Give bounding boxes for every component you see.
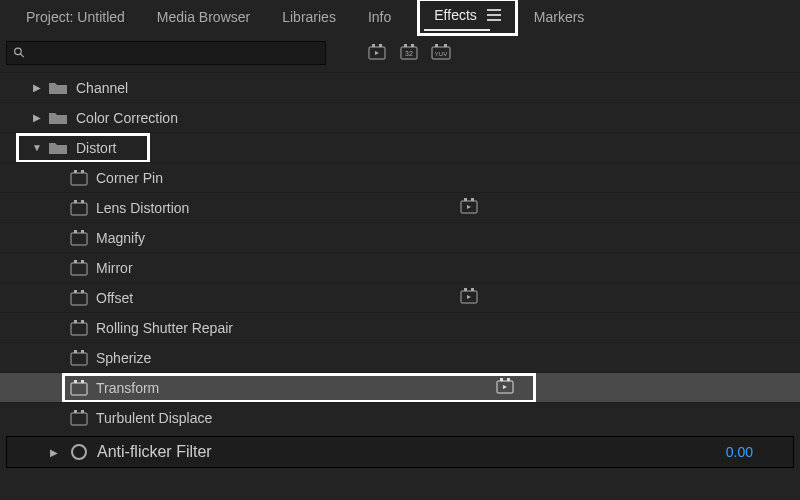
svg-rect-33 bbox=[471, 288, 474, 291]
property-value[interactable]: 0.00 bbox=[726, 444, 753, 460]
tree-label: Color Correction bbox=[76, 110, 178, 126]
svg-rect-28 bbox=[71, 293, 87, 305]
svg-rect-20 bbox=[464, 198, 467, 201]
property-anti-flicker[interactable]: ▶ Anti-flicker Filter 0.00 bbox=[6, 436, 794, 468]
effect-mirror[interactable]: Mirror bbox=[0, 252, 800, 282]
svg-point-0 bbox=[15, 48, 22, 55]
stopwatch-icon[interactable] bbox=[71, 444, 87, 460]
tree-label: Transform bbox=[96, 380, 159, 396]
preset-icon bbox=[70, 290, 88, 306]
svg-rect-7 bbox=[411, 44, 414, 47]
preset-icon bbox=[70, 320, 88, 336]
effect-spherize[interactable]: Spherize bbox=[0, 342, 800, 372]
folder-icon bbox=[48, 111, 68, 125]
folder-channel[interactable]: ▶ Channel bbox=[0, 72, 800, 102]
svg-rect-46 bbox=[71, 413, 87, 425]
effect-rolling-shutter[interactable]: Rolling Shutter Repair bbox=[0, 312, 800, 342]
svg-rect-29 bbox=[74, 290, 77, 293]
tab-project[interactable]: Project: Untitled bbox=[10, 3, 141, 31]
svg-rect-10 bbox=[435, 44, 438, 47]
tree-label: Turbulent Displace bbox=[96, 410, 212, 426]
preset-icon bbox=[70, 230, 88, 246]
tree-label: Lens Distortion bbox=[96, 200, 189, 216]
tree-label: Offset bbox=[96, 290, 133, 306]
svg-rect-37 bbox=[71, 353, 87, 365]
svg-rect-26 bbox=[74, 260, 77, 263]
svg-rect-42 bbox=[81, 380, 84, 383]
svg-rect-15 bbox=[81, 170, 84, 173]
preset-icon bbox=[70, 410, 88, 426]
svg-text:32: 32 bbox=[405, 50, 413, 57]
tab-media-browser[interactable]: Media Browser bbox=[141, 3, 266, 31]
svg-rect-35 bbox=[74, 320, 77, 323]
effect-magnify[interactable]: Magnify bbox=[0, 222, 800, 252]
svg-rect-27 bbox=[81, 260, 84, 263]
svg-rect-22 bbox=[71, 233, 87, 245]
svg-rect-21 bbox=[471, 198, 474, 201]
svg-text:YUV: YUV bbox=[435, 51, 447, 57]
tree-label: Rolling Shutter Repair bbox=[96, 320, 233, 336]
svg-rect-24 bbox=[81, 230, 84, 233]
chevron-right-icon: ▶ bbox=[30, 82, 44, 93]
svg-rect-30 bbox=[81, 290, 84, 293]
svg-rect-16 bbox=[71, 203, 87, 215]
tree-label: Channel bbox=[76, 80, 128, 96]
preset-icon bbox=[70, 350, 88, 366]
svg-rect-23 bbox=[74, 230, 77, 233]
svg-rect-13 bbox=[71, 173, 87, 185]
panel-tabs: Project: Untitled Media Browser Librarie… bbox=[0, 0, 800, 34]
svg-rect-36 bbox=[81, 320, 84, 323]
effect-corner-pin[interactable]: Corner Pin bbox=[0, 162, 800, 192]
svg-rect-18 bbox=[81, 200, 84, 203]
svg-rect-11 bbox=[444, 44, 447, 47]
svg-rect-48 bbox=[81, 410, 84, 413]
effect-lens-distortion[interactable]: Lens Distortion bbox=[0, 192, 800, 222]
preset-icon bbox=[70, 380, 88, 396]
svg-rect-39 bbox=[81, 350, 84, 353]
tree-label: Magnify bbox=[96, 230, 145, 246]
tree-label: Mirror bbox=[96, 260, 133, 276]
preset-icon bbox=[70, 200, 88, 216]
search-icon bbox=[13, 46, 26, 60]
tree-label: Spherize bbox=[96, 350, 151, 366]
folder-distort[interactable]: ▼ Distort bbox=[0, 132, 800, 162]
svg-rect-44 bbox=[500, 378, 503, 381]
tab-libraries[interactable]: Libraries bbox=[266, 3, 352, 31]
effect-transform[interactable]: Transform bbox=[0, 372, 800, 402]
search-field[interactable] bbox=[30, 46, 319, 61]
accelerated-badge-icon bbox=[460, 198, 478, 217]
effects-tree: ▶ Channel ▶ Color Correction ▼ Distort C… bbox=[0, 72, 800, 432]
effect-offset[interactable]: Offset bbox=[0, 282, 800, 312]
chevron-down-icon: ▼ bbox=[30, 142, 44, 153]
folder-color-correction[interactable]: ▶ Color Correction bbox=[0, 102, 800, 132]
tab-info[interactable]: Info bbox=[352, 3, 407, 31]
accelerated-badge-icon bbox=[460, 288, 478, 307]
effect-turbulent-displace[interactable]: Turbulent Displace bbox=[0, 402, 800, 432]
yuv-icon[interactable]: YUV bbox=[430, 43, 452, 63]
svg-rect-4 bbox=[379, 44, 382, 47]
accelerated-effects-icon[interactable] bbox=[366, 43, 388, 63]
tab-markers[interactable]: Markers bbox=[518, 3, 601, 31]
panel-menu-icon[interactable] bbox=[487, 9, 501, 21]
property-label: Anti-flicker Filter bbox=[97, 443, 212, 461]
tab-effects[interactable]: Effects bbox=[434, 7, 477, 23]
search-toolbar: 32 YUV bbox=[0, 34, 800, 72]
svg-rect-40 bbox=[71, 383, 87, 395]
svg-rect-47 bbox=[74, 410, 77, 413]
accelerated-badge-icon bbox=[496, 378, 514, 397]
svg-rect-41 bbox=[74, 380, 77, 383]
svg-rect-17 bbox=[74, 200, 77, 203]
preset-icon bbox=[70, 260, 88, 276]
32bit-icon[interactable]: 32 bbox=[398, 43, 420, 63]
search-input[interactable] bbox=[6, 41, 326, 65]
tree-label: Distort bbox=[76, 140, 116, 156]
svg-rect-38 bbox=[74, 350, 77, 353]
folder-icon bbox=[48, 81, 68, 95]
svg-rect-14 bbox=[74, 170, 77, 173]
chevron-right-icon: ▶ bbox=[30, 112, 44, 123]
svg-rect-34 bbox=[71, 323, 87, 335]
svg-rect-32 bbox=[464, 288, 467, 291]
svg-rect-25 bbox=[71, 263, 87, 275]
tree-label: Corner Pin bbox=[96, 170, 163, 186]
svg-line-1 bbox=[20, 54, 23, 57]
